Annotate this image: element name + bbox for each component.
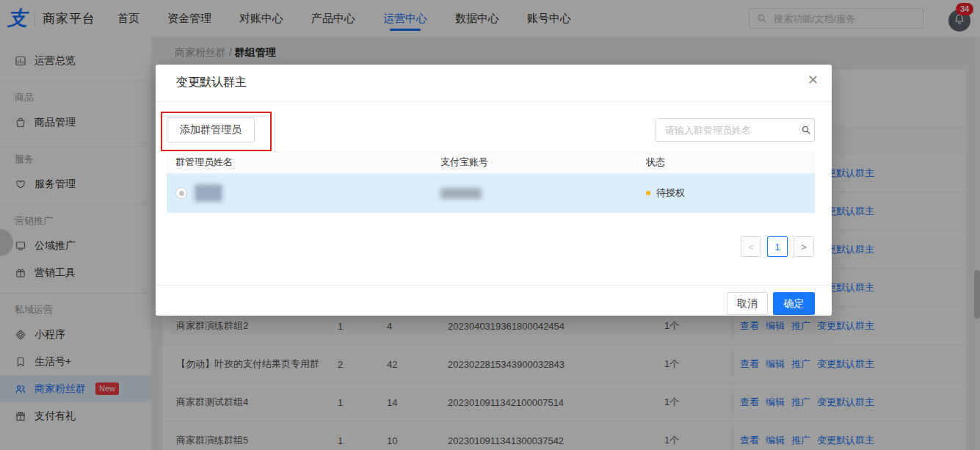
modal-header-divider <box>156 101 832 102</box>
admin-table-header: 群管理员姓名 支付宝账号 状态 <box>167 151 815 173</box>
close-icon[interactable]: ✕ <box>807 73 819 87</box>
modal-title: 变更默认群主 <box>176 75 247 90</box>
pagination-next-button[interactable]: > <box>794 236 814 257</box>
cancel-button[interactable]: 取消 <box>727 292 768 315</box>
pagination: < 1 > <box>741 236 814 257</box>
pagination-page-1[interactable]: 1 <box>767 236 788 257</box>
col-admin-name: 群管理员姓名 <box>167 156 432 169</box>
status-pending-dot-icon <box>646 191 650 195</box>
change-owner-modal: 变更默认群主 ✕ 添加群管理员 群管理员姓名 支付宝账号 状态 <box>156 65 832 316</box>
pagination-prev-button[interactable]: < <box>741 236 761 257</box>
row-radio-button[interactable] <box>175 187 187 199</box>
admin-table-row[interactable]: 待授权 <box>167 173 815 213</box>
confirm-button[interactable]: 确定 <box>773 292 815 315</box>
admin-table: 群管理员姓名 支付宝账号 状态 待授权 <box>167 151 815 213</box>
col-alipay-account: 支付宝账号 <box>432 156 637 169</box>
status-text: 待授权 <box>656 186 685 200</box>
admin-search-input[interactable] <box>664 124 796 137</box>
admin-search-box[interactable] <box>656 118 815 142</box>
redacted-admin-name <box>195 184 222 202</box>
add-group-admin-button[interactable]: 添加群管理员 <box>167 117 255 142</box>
col-status: 状态 <box>637 156 815 169</box>
modal-footer-divider <box>156 285 832 286</box>
search-icon[interactable] <box>800 124 812 136</box>
app-window: 支 商家平台 首页资金管理对账中心产品中心运营中心数据中心账号中心 34 运营总… <box>0 0 980 450</box>
redacted-alipay-account <box>440 188 482 199</box>
